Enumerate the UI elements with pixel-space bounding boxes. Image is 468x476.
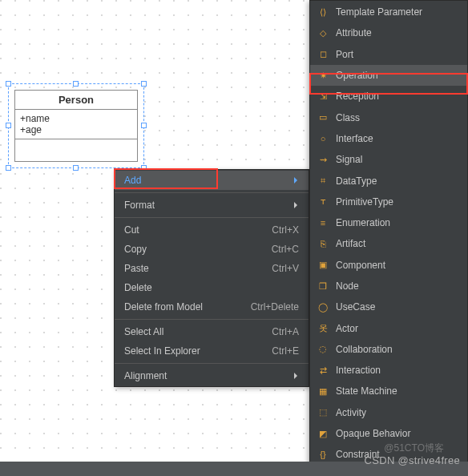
submenu-item-label: Activity — [336, 407, 366, 418]
opaque-behavior-icon: ◩ — [317, 427, 329, 440]
submenu-item-label: Collaboration — [336, 344, 393, 355]
submenu-item-label: Artifact — [336, 238, 365, 249]
enumeration-icon: ≡ — [317, 216, 329, 229]
submenu-item-component[interactable]: ▣Component — [310, 255, 467, 276]
menu-item-format[interactable]: Format — [115, 196, 309, 215]
submenu-item-label: Reception — [336, 91, 379, 102]
context-menu[interactable]: AddFormatCutCtrl+XCopyCtrl+CPasteCtrl+VD… — [114, 169, 309, 387]
menu-item-shortcut: Ctrl+C — [272, 244, 299, 255]
submenu-item-label: Class — [336, 112, 360, 123]
submenu-item-class[interactable]: ▭Class — [310, 107, 467, 127]
submenu-item-node[interactable]: ❒Node — [310, 276, 467, 296]
menu-item-label: Copy — [124, 244, 272, 255]
actor-icon: 옷 — [317, 322, 329, 335]
menu-item-delete-from-model[interactable]: Delete from ModelCtrl+Delete — [115, 297, 309, 317]
port-icon: ◻ — [317, 48, 329, 61]
submenu-item-label: Constraint — [336, 449, 380, 460]
menu-item-shortcut: Ctrl+X — [272, 224, 299, 236]
submenu-item-opaque-behavior[interactable]: ◩Opaque Behavior — [310, 423, 467, 444]
node-icon: ❒ — [317, 280, 329, 292]
artifact-icon: ⎘ — [317, 237, 329, 250]
menu-item-label: Cut — [124, 224, 272, 236]
collaboration-icon: ◌ — [317, 343, 329, 356]
submenu-item-artifact[interactable]: ⎘Artifact — [310, 233, 467, 254]
submenu-item-label: Attribute — [336, 27, 372, 38]
menu-item-label: Delete — [124, 282, 299, 293]
uml-class-name: Person — [15, 91, 137, 110]
submenu-item-label: Port — [336, 49, 353, 60]
operation-icon: ✷ — [317, 69, 329, 82]
submenu-item-label: Interface — [336, 133, 373, 144]
menu-item-label: Select All — [124, 326, 272, 337]
menu-item-label: Select In Explorer — [124, 345, 272, 357]
menu-item-label: Delete from Model — [124, 301, 251, 313]
primitivetype-icon: ᴛ — [317, 196, 329, 208]
menu-item-select-all[interactable]: Select AllCtrl+A — [115, 322, 309, 341]
submenu-item-interface[interactable]: ○Interface — [310, 128, 467, 149]
submenu-item-label: Node — [336, 280, 359, 292]
interface-icon: ○ — [317, 132, 329, 145]
signal-icon: ⇝ — [317, 153, 329, 166]
state-machine-icon: ▦ — [317, 385, 329, 397]
submenu-item-interaction[interactable]: ⇄Interaction — [310, 360, 467, 381]
submenu-item-attribute[interactable]: ◇Attribute — [310, 22, 467, 43]
add-submenu[interactable]: ⟨⟩Template Parameter◇Attribute◻Port✷Oper… — [309, 0, 468, 476]
submenu-item-label: Operation — [336, 70, 378, 81]
menu-item-cut[interactable]: CutCtrl+X — [115, 220, 309, 240]
menu-item-shortcut: Ctrl+V — [272, 263, 299, 274]
submenu-item-label: UseCase — [336, 301, 375, 313]
menu-item-add[interactable]: Add — [115, 171, 309, 190]
submenu-item-label: Template Parameter — [336, 6, 422, 18]
template-parameter-icon: ⟨⟩ — [317, 6, 329, 18]
submenu-item-enumeration[interactable]: ≡Enumeration — [310, 212, 467, 233]
uml-attr: +age — [20, 124, 132, 135]
menu-separator — [115, 192, 309, 193]
component-icon: ▣ — [317, 259, 329, 272]
menu-item-label: Add — [124, 175, 299, 186]
menu-item-shortcut: Ctrl+E — [272, 345, 299, 357]
menu-item-label: Alignment — [124, 370, 299, 381]
uml-op-compartment — [15, 139, 137, 160]
constraint-icon: {} — [317, 448, 329, 461]
status-bar — [0, 462, 468, 476]
submenu-item-label: DataType — [336, 175, 377, 187]
menu-item-label: Paste — [124, 263, 272, 274]
menu-item-select-in-explorer[interactable]: Select In ExplorerCtrl+E — [115, 341, 309, 361]
interaction-icon: ⇄ — [317, 364, 329, 377]
submenu-item-label: Actor — [336, 323, 358, 334]
menu-item-shortcut: Ctrl+Delete — [251, 301, 299, 313]
submenu-item-usecase[interactable]: ◯UseCase — [310, 296, 467, 317]
submenu-item-signal[interactable]: ⇝Signal — [310, 149, 467, 170]
submenu-item-actor[interactable]: 옷Actor — [310, 317, 467, 338]
menu-separator — [115, 363, 309, 364]
submenu-item-port[interactable]: ◻Port — [310, 44, 467, 65]
class-icon: ▭ — [317, 111, 329, 124]
submenu-item-datatype[interactable]: ⌗DataType — [310, 170, 467, 191]
submenu-item-label: Opaque Behavior — [336, 428, 410, 439]
submenu-item-reception[interactable]: ⇲Reception — [310, 86, 467, 107]
submenu-item-label: State Machine — [336, 385, 397, 397]
uml-class-box[interactable]: Person +name +age — [14, 90, 138, 162]
submenu-item-label: Component — [336, 260, 385, 271]
usecase-icon: ◯ — [317, 301, 329, 313]
submenu-item-template-parameter[interactable]: ⟨⟩Template Parameter — [310, 2, 467, 22]
menu-item-alignment[interactable]: Alignment — [115, 366, 309, 385]
menu-item-copy[interactable]: CopyCtrl+C — [115, 240, 309, 259]
submenu-item-operation[interactable]: ✷Operation — [310, 65, 467, 86]
submenu-item-collaboration[interactable]: ◌Collaboration — [310, 339, 467, 360]
uml-attr-compartment: +name +age — [15, 110, 137, 139]
attribute-icon: ◇ — [317, 26, 329, 39]
submenu-item-primitivetype[interactable]: ᴛPrimitiveType — [310, 192, 467, 212]
menu-item-label: Format — [124, 200, 299, 211]
menu-item-paste[interactable]: PasteCtrl+V — [115, 259, 309, 278]
reception-icon: ⇲ — [317, 90, 329, 103]
menu-item-shortcut: Ctrl+A — [272, 326, 299, 337]
submenu-item-state-machine[interactable]: ▦State Machine — [310, 381, 467, 401]
activity-icon: ⬚ — [317, 406, 329, 419]
submenu-item-label: PrimitiveType — [336, 196, 393, 208]
menu-separator — [115, 217, 309, 218]
submenu-item-activity[interactable]: ⬚Activity — [310, 402, 467, 423]
menu-item-delete[interactable]: Delete — [115, 278, 309, 297]
submenu-item-label: Signal — [336, 154, 362, 165]
datatype-icon: ⌗ — [317, 175, 329, 188]
